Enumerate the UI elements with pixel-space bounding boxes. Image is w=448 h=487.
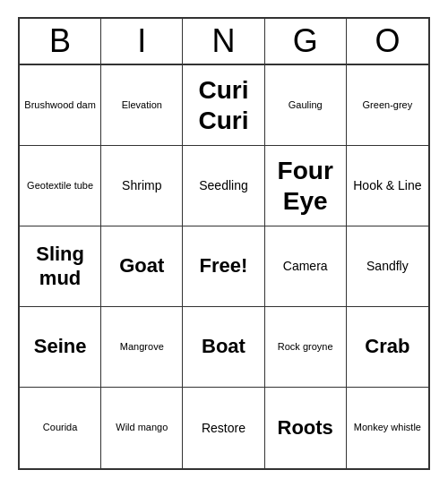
bingo-cell-1: Elevation	[101, 65, 183, 146]
bingo-cell-19: Crab	[347, 307, 428, 388]
bingo-cell-5: Geotextile tube	[20, 146, 101, 226]
bingo-cell-17: Boat	[183, 307, 264, 388]
bingo-cell-21: Wild mango	[101, 388, 183, 468]
header-letter-n: N	[183, 19, 264, 64]
bingo-cell-2: Curi Curi	[183, 65, 264, 146]
header-letter-g: G	[265, 19, 347, 64]
bingo-cell-20: Courida	[20, 388, 101, 468]
bingo-cell-24: Monkey whistle	[347, 388, 428, 468]
header-letter-i: I	[101, 19, 183, 64]
bingo-cell-8: Four Eye	[265, 146, 347, 226]
bingo-cell-12: Free!	[183, 226, 264, 307]
bingo-cell-10: Sling mud	[20, 226, 101, 307]
bingo-header: BINGO	[20, 19, 428, 65]
bingo-card: BINGO Brushwood damElevationCuri CuriGau…	[18, 17, 430, 470]
bingo-cell-3: Gauling	[265, 65, 347, 146]
bingo-cell-14: Sandfly	[347, 226, 428, 307]
bingo-cell-6: Shrimp	[101, 146, 183, 226]
bingo-cell-9: Hook & Line	[347, 146, 428, 226]
bingo-cell-22: Restore	[183, 388, 264, 468]
bingo-cell-18: Rock groyne	[265, 307, 347, 388]
bingo-cell-11: Goat	[101, 226, 183, 307]
bingo-cell-0: Brushwood dam	[20, 65, 101, 146]
bingo-grid: Brushwood damElevationCuri CuriGaulingGr…	[20, 65, 428, 468]
header-letter-o: O	[347, 19, 428, 64]
header-letter-b: B	[20, 19, 101, 64]
bingo-cell-23: Roots	[265, 388, 347, 468]
bingo-cell-15: Seine	[20, 307, 101, 388]
bingo-cell-13: Camera	[265, 226, 347, 307]
bingo-cell-4: Green-grey	[347, 65, 428, 146]
bingo-cell-16: Mangrove	[101, 307, 183, 388]
bingo-cell-7: Seedling	[183, 146, 264, 226]
